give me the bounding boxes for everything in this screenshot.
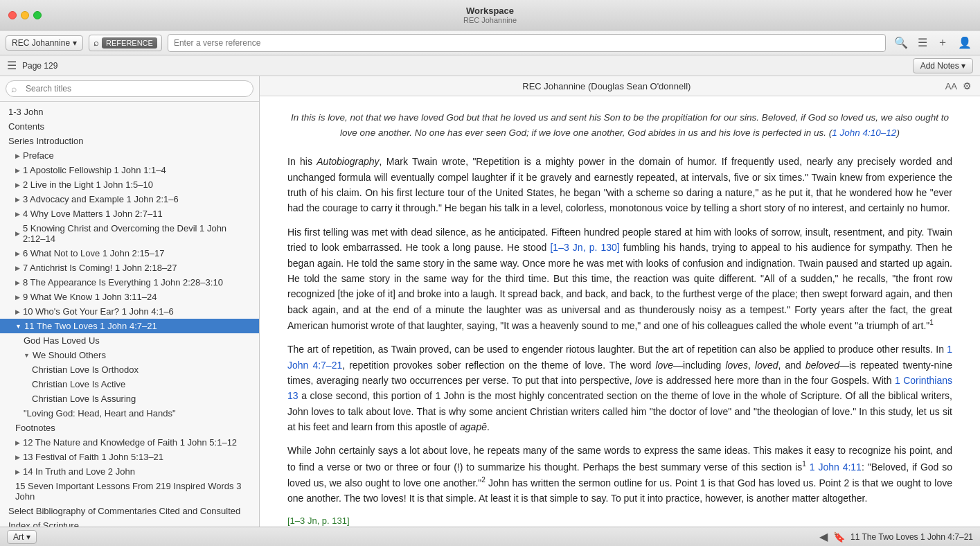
- sidebar-label: 9 What We Know 1 John 3:11–24: [23, 292, 157, 302]
- arrow-icon: ▶: [15, 182, 20, 188]
- arrow-icon: ▶: [15, 439, 20, 446]
- content-title: REC Johannine (Douglas Sean O'donnell): [268, 81, 945, 91]
- sidebar-item-index-scripture[interactable]: Index of Scripture: [0, 518, 259, 527]
- book-dropdown[interactable]: REC Johannine ▾: [6, 35, 83, 51]
- search-box-container: [0, 76, 259, 102]
- sidebar-item-ch9[interactable]: ▶ 9 What We Know 1 John 3:11–24: [0, 290, 259, 304]
- sidebar-label: 5 Knowing Christ and Overcoming the Devi…: [23, 223, 251, 244]
- verse-quote: In this is love, not that we have loved …: [287, 110, 952, 140]
- sidebar-item-ch5[interactable]: ▶ 5 Knowing Christ and Overcoming the De…: [0, 221, 259, 246]
- list-button[interactable]: ☰: [915, 35, 930, 51]
- sidebar-item-orthodox[interactable]: Christian Love Is Orthodox: [0, 362, 259, 377]
- sidebar: 1-3 John Contents Series Introduction ▶ …: [0, 76, 260, 527]
- main-layout: 1-3 John Contents Series Introduction ▶ …: [0, 76, 980, 527]
- sidebar-item-ch6[interactable]: ▶ 6 What Not to Love 1 John 2:15–17: [0, 246, 259, 261]
- sidebar-item-ch7[interactable]: ▶ 7 Antichrist Is Coming! 1 John 2:18–27: [0, 261, 259, 275]
- arrow-icon: ▼: [15, 323, 21, 330]
- paragraph-2: His first telling was met with dead sile…: [287, 224, 952, 333]
- bottom-left: Art ▾: [7, 530, 37, 544]
- arrow-icon: ▶: [15, 167, 20, 174]
- plus-button[interactable]: ＋: [934, 34, 951, 51]
- arrow-icon: ▶: [15, 230, 20, 237]
- search-box-wrap: [6, 80, 253, 97]
- sidebar-item-ch4[interactable]: ▶ 4 Why Love Matters 1 John 2:7–11: [0, 206, 259, 221]
- sidebar-label: 3 Advocacy and Example 1 John 2:1–6: [23, 194, 179, 204]
- arrow-icon: ▶: [15, 308, 20, 315]
- verse-input[interactable]: [168, 34, 886, 52]
- sidebar-item-ch11[interactable]: ▼ 11 The Two Loves 1 John 4:7–21: [0, 319, 259, 333]
- sidebar-item-loving-god[interactable]: "Loving God: Head, Heart and Hands": [0, 406, 259, 421]
- sidebar-label: Contents: [8, 121, 44, 132]
- sidebar-label: "Loving God: Head, Heart and Hands": [24, 408, 176, 419]
- search-input[interactable]: [6, 80, 253, 97]
- sidebar-label: 8 The Appearance Is Everything 1 John 2:…: [23, 277, 223, 288]
- sidebar-item-ch10[interactable]: ▶ 10 Who's Got Your Ear? 1 John 4:1–6: [0, 304, 259, 319]
- sidebar-item-god-has-loved[interactable]: God Has Loved Us: [0, 333, 259, 348]
- sidebar-label: Preface: [23, 150, 54, 161]
- sidebar-item-active[interactable]: Christian Love Is Active: [0, 377, 259, 391]
- sidebar-item-contents[interactable]: Contents: [0, 119, 259, 134]
- sidebar-item-1-3-john[interactable]: 1-3 John: [0, 105, 259, 119]
- app-subtitle: REC Johannine: [463, 16, 517, 24]
- paragraph-4: While John certainly says a lot about lo…: [287, 443, 952, 506]
- close-button[interactable]: [8, 11, 17, 19]
- font-controls: AA ⚙: [945, 80, 972, 91]
- arrow-icon: ▶: [15, 294, 20, 301]
- arrow-icon: ▶: [15, 454, 20, 461]
- secondary-toolbar: ☰ Page 129 Add Notes ▾: [0, 55, 980, 76]
- sidebar-item-ch13[interactable]: ▶ 13 Festival of Faith 1 John 5:13–21: [0, 450, 259, 464]
- sidebar-label: Christian Love Is Orthodox: [32, 364, 139, 375]
- sidebar-item-ch15[interactable]: 15 Seven Important Lessons From 219 Insp…: [0, 479, 259, 504]
- font-size-button[interactable]: AA: [945, 81, 957, 91]
- verse-ref-link[interactable]: 1 John 4:10–12: [832, 127, 896, 138]
- arrow-icon: ▶: [15, 211, 20, 218]
- ref-link-1cor-13[interactable]: 1 Corinthians 13: [287, 375, 952, 401]
- sidebar-label: 12 The Nature and Knowledge of Faith 1 J…: [23, 437, 237, 448]
- sidebar-item-ch8[interactable]: ▶ 8 The Appearance Is Everything 1 John …: [0, 275, 259, 290]
- settings-button[interactable]: ⚙: [963, 80, 972, 91]
- maximize-button[interactable]: [33, 11, 42, 19]
- sidebar-label: Footnotes: [15, 423, 55, 433]
- art-button[interactable]: Art ▾: [7, 530, 37, 544]
- sidebar-label: Christian Love Is Assuring: [32, 394, 136, 404]
- sidebar-label: We Should Others: [33, 350, 106, 360]
- footnote-1b: 1: [802, 460, 806, 468]
- footnote-1: 1: [929, 319, 934, 326]
- sidebar-item-ch2[interactable]: ▶ 2 Live in the Light 1 John 1:5–10: [0, 177, 259, 192]
- sidebar-item-bibliography[interactable]: Select Bibliography of Commentaries Cite…: [0, 504, 259, 518]
- sidebar-item-assuring[interactable]: Christian Love Is Assuring: [0, 391, 259, 406]
- sidebar-nav: 1-3 John Contents Series Introduction ▶ …: [0, 102, 259, 527]
- sidebar-item-ch12[interactable]: ▶ 12 The Nature and Knowledge of Faith 1…: [0, 435, 259, 450]
- paragraph-3: The art of repetition, as Twain proved, …: [287, 342, 952, 434]
- ref-link-1john-4-11[interactable]: 1 John 4:11: [810, 461, 862, 473]
- sidebar-label: 15 Seven Important Lessons From 219 Insp…: [15, 481, 251, 502]
- search-button[interactable]: 🔍: [891, 35, 911, 51]
- sidebar-item-preface[interactable]: ▶ Preface: [0, 148, 259, 163]
- book-dropdown-arrow: ▾: [73, 38, 77, 48]
- sidebar-item-we-should[interactable]: ▼ We Should Others: [0, 348, 259, 362]
- sidebar-label: 13 Festival of Faith 1 John 5:13–21: [23, 452, 163, 462]
- sidebar-item-footnotes[interactable]: Footnotes: [0, 421, 259, 435]
- title-bar: Workspace REC Johannine: [0, 0, 980, 30]
- sidebar-label: Series Introduction: [8, 136, 83, 146]
- content-body: In this is love, not that we have loved …: [260, 96, 980, 527]
- sidebar-label: 10 Who's Got Your Ear? 1 John 4:1–6: [23, 306, 174, 317]
- sidebar-item-series-intro[interactable]: Series Introduction: [0, 134, 259, 148]
- arrow-icon: ▶: [15, 196, 20, 203]
- sidebar-label: 11 The Two Loves 1 John 4:7–21: [24, 321, 157, 331]
- sidebar-item-ch14[interactable]: ▶ 14 In Truth and Love 2 John: [0, 464, 259, 479]
- ref-link-1john-4-7-21[interactable]: 1 John 4:7–21: [287, 344, 952, 370]
- prev-chapter-button[interactable]: ◀: [819, 530, 828, 543]
- person-button[interactable]: 👤: [955, 35, 974, 51]
- toolbar: REC Johannine ▾ ⌕ REFERENCE 🔍 ☰ ＋ 👤: [0, 30, 980, 55]
- sidebar-item-ch1[interactable]: ▶ 1 Apostolic Fellowship 1 John 1:1–4: [0, 163, 259, 177]
- sidebar-item-ch3[interactable]: ▶ 3 Advocacy and Example 1 John 2:1–6: [0, 192, 259, 206]
- add-notes-button[interactable]: Add Notes ▾: [913, 58, 973, 73]
- page-ref-link-130[interactable]: [1–3 Jn, p. 130]: [550, 242, 619, 253]
- app-title: Workspace: [466, 6, 514, 16]
- reference-tag[interactable]: REFERENCE: [102, 37, 157, 49]
- minimize-button[interactable]: [21, 11, 29, 19]
- sidebar-label: 6 What Not to Love 1 John 2:15–17: [23, 248, 165, 258]
- current-chapter-label: 11 The Two Loves 1 John 4:7–21: [850, 532, 973, 542]
- arrow-icon: ▶: [15, 468, 20, 475]
